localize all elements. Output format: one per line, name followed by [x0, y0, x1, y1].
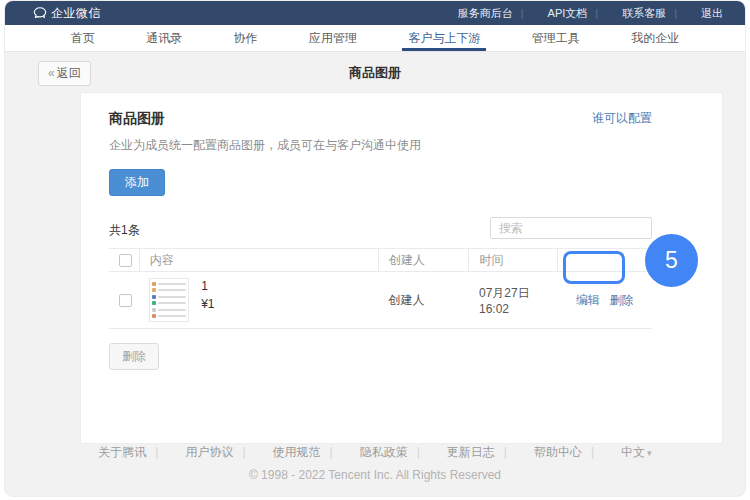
nav-item-customers-updown-stream[interactable]: 客户与上下游 [402, 25, 486, 51]
card-title: 商品图册 [109, 110, 165, 128]
add-button[interactable]: 添加 [109, 169, 165, 196]
footer: 关于腾讯 用户协议 使用规范 隐私政策 更新日志 帮助中心 中文▾ © 1998… [5, 444, 745, 496]
footer-link-user-agreement[interactable]: 用户协议 [155, 444, 242, 461]
topbar-link-contact-support[interactable]: 联系客服 [595, 6, 674, 21]
select-all-checkbox[interactable] [119, 254, 132, 267]
catalog-table: 内容 创建人 时间 1 [109, 248, 652, 329]
bulk-delete-button[interactable]: 删除 [109, 343, 159, 370]
topbar-link-logout[interactable]: 退出 [674, 6, 731, 21]
page-body: «返回 商品图册 商品图册 谁可以配置 企业为成员统一配置商品图册，成员可在与客… [5, 52, 745, 496]
page-head: «返回 商品图册 [5, 52, 745, 90]
item-price: ¥1 [201, 298, 214, 310]
delete-link[interactable]: 删除 [609, 293, 633, 307]
nav-item-contacts[interactable]: 通讯录 [140, 25, 188, 51]
catalog-card: 商品图册 谁可以配置 企业为成员统一配置商品图册，成员可在与客户沟通中使用 添加… [80, 92, 723, 444]
footer-link-usage-rules[interactable]: 使用规范 [242, 444, 329, 461]
logo-text: 企业微信 [51, 5, 101, 22]
app-window: 企业微信 服务商后台 API文档 联系客服 退出 首页 通讯录 协作 应用管理 … [5, 1, 745, 496]
column-header-actions [557, 249, 652, 272]
topbar-link-api-docs[interactable]: API文档 [521, 6, 596, 21]
card-description: 企业为成员统一配置商品图册，成员可在与客户沟通中使用 [109, 137, 652, 154]
footer-link-privacy-policy[interactable]: 隐私政策 [330, 444, 417, 461]
logo: 企业微信 [33, 5, 101, 22]
row-time: 07月27日 16:02 [469, 272, 557, 329]
topbar-links: 服务商后台 API文档 联系客服 退出 [450, 6, 731, 21]
table-row: 1 ¥1 创建人 07月27日 16:02 编辑 删除 [109, 272, 652, 329]
row-checkbox[interactable] [119, 294, 132, 307]
nav-item-my-company[interactable]: 我的企业 [625, 25, 685, 51]
chat-bubble-icon [33, 6, 47, 20]
topbar: 企业微信 服务商后台 API文档 联系客服 退出 [5, 1, 745, 25]
nav-item-home[interactable]: 首页 [65, 25, 101, 51]
search-input[interactable] [490, 217, 652, 239]
table-header-row: 内容 创建人 时间 [109, 249, 652, 272]
footer-link-changelog[interactable]: 更新日志 [417, 444, 504, 461]
nav-item-app-management[interactable]: 应用管理 [303, 25, 363, 51]
column-header-creator: 创建人 [378, 249, 468, 272]
row-creator: 创建人 [378, 272, 468, 329]
catalog-thumbnail [149, 278, 189, 322]
item-count: 共1条 [109, 222, 140, 239]
footer-link-help-center[interactable]: 帮助中心 [504, 444, 591, 461]
page-title: 商品图册 [5, 64, 745, 82]
topbar-link-provider-console[interactable]: 服务商后台 [450, 6, 521, 21]
caret-down-icon: ▾ [647, 448, 652, 458]
language-selector[interactable]: 中文▾ [591, 444, 661, 461]
column-header-time: 时间 [469, 249, 557, 272]
nav-item-collaboration[interactable]: 协作 [228, 25, 264, 51]
copyright-text: © 1998 - 2022 Tencent Inc. All Rights Re… [5, 468, 745, 482]
column-header-content: 内容 [139, 249, 378, 272]
list-toolbar: 共1条 [109, 217, 652, 239]
edit-link[interactable]: 编辑 [576, 293, 600, 307]
main-nav: 首页 通讯录 协作 应用管理 客户与上下游 管理工具 我的企业 [5, 25, 745, 52]
nav-item-admin-tools[interactable]: 管理工具 [526, 25, 586, 51]
item-name: 1 [201, 280, 214, 292]
who-can-configure-link[interactable]: 谁可以配置 [592, 110, 652, 127]
footer-link-about-tencent[interactable]: 关于腾讯 [89, 444, 155, 461]
